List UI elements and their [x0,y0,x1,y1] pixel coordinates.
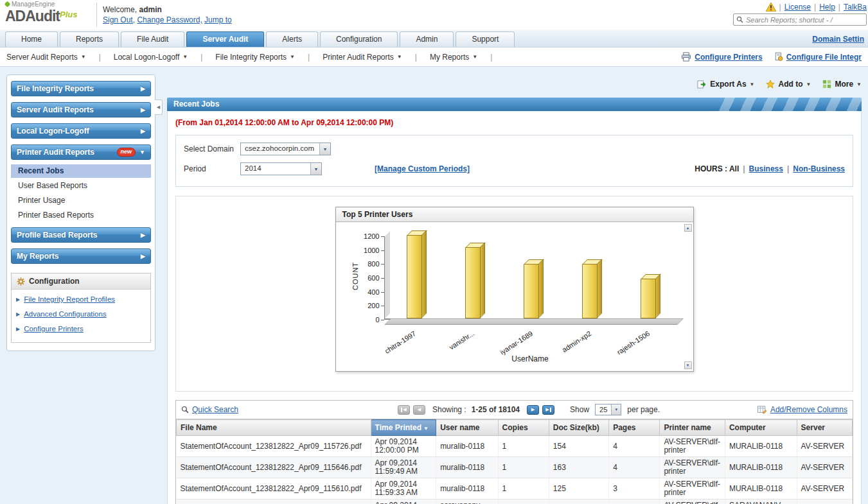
app-logo: ManageEngine ADAuditPlus [5,1,77,23]
export-as-button[interactable]: Export As▼ [697,80,754,89]
column-header-copies[interactable]: Copies [498,420,549,436]
chart-box: Top 5 Printer Users COUNT UserName ▲ ▼ 0… [335,207,694,372]
menu-my-reports[interactable]: My Reports▼ [430,53,477,62]
menu-file-integrity-reports[interactable]: File Integrity Reports▼ [215,53,295,62]
showing-label: Showing : [432,405,466,414]
chevron-down-icon: ▼ [397,54,402,60]
table-row[interactable]: Ticket.pdf Apr 09,2014 11:58:30 AM sarav… [177,500,853,504]
y-axis-tick [381,264,384,265]
column-header-pages[interactable]: Pages [609,420,660,436]
pagination-first-button[interactable]: ◀ [398,405,410,415]
domain-select[interactable]: csez.zohocorpin.com ▼ [240,143,331,155]
chevron-down-icon: ▼ [310,163,321,175]
search-box[interactable] [733,13,867,26]
hours-business-link[interactable]: Business [749,164,783,173]
manage-custom-periods-link[interactable]: [Manage Custom Periods] [375,164,470,173]
jump-to-link[interactable]: Jump to [204,15,232,24]
column-header-doc-size[interactable]: Doc Size(kb) [549,420,608,436]
tab-alerts[interactable]: Alerts [266,31,318,47]
menu-printer-audit-reports[interactable]: Printer Audit Reports▼ [323,53,402,62]
tab-file-audit[interactable]: File Audit [121,31,184,47]
config-link-configure-printers[interactable]: ▶ Configure Printers [16,325,146,333]
chevron-right-icon: ▶ [141,253,145,259]
chart-title: Top 5 Printer Users [336,207,693,222]
sidebar-item-profile-based-reports[interactable]: Profile Based Reports▶ [11,227,151,243]
chart-bar-iyanar-1689 [524,264,539,318]
table-cell: 2 [609,500,660,504]
table-cell: 4 [609,457,660,478]
sidebar-subitem-user-based-reports[interactable]: User Based Reports [11,179,151,193]
quick-search-link[interactable]: Quick Search [192,405,238,414]
pagination-next-button[interactable]: ▶ [527,405,539,415]
sidebar-item-my-reports[interactable]: My Reports▶ [11,248,151,264]
chart-bar-vanishr... [465,247,481,318]
tab-reports[interactable]: Reports [60,31,119,47]
more-button[interactable]: More▼ [822,80,862,89]
column-header-time-printed[interactable]: Time Printed▼ [371,420,436,436]
sidebar-item-printer-audit-reports[interactable]: Printer Audit Reports new ▼ [11,144,151,160]
sidebar-item-file-integrity-reports[interactable]: File Integrity Reports▶ [11,81,151,96]
sidebar-item-local-logon-logoff[interactable]: Local Logon-Logoff▶ [11,123,151,139]
column-header-computer[interactable]: Computer [725,420,797,436]
configure-printers-button[interactable]: Configure Printers [681,52,762,62]
report-title-bar: Recent Jobs [167,98,862,111]
table-row[interactable]: StatementOfAccount_123812822_Apr09_11561… [177,478,853,500]
period-select[interactable]: 2014 ▼ [240,162,322,175]
tab-home[interactable]: Home [5,31,58,47]
config-link-file-integrity-profiles[interactable]: ▶ File Integrity Report Profiles [16,295,146,303]
column-header-user-name[interactable]: User name [436,420,498,436]
tab-server-audit[interactable]: Server Audit [186,31,264,47]
pagination-last-button[interactable]: ▶ [542,405,554,415]
help-link[interactable]: Help [819,3,835,12]
main-content: Export As▼ Add to▼ More▼ Recent Jobs (Fr… [155,74,868,504]
add-remove-columns-link[interactable]: Add/Remove Columns [770,405,847,414]
license-link[interactable]: License [784,3,811,12]
page-title: Recent Jobs [173,100,219,109]
y-axis-tick [381,278,384,279]
tab-admin[interactable]: Admin [400,31,454,47]
table-cell: muralib-0118 [436,478,498,500]
configure-file-integrity-button[interactable]: Configure File Integr [774,52,862,62]
main-nav: Home Reports File Audit Server Audit Ale… [0,30,868,48]
chevron-down-icon: ▼ [319,143,330,155]
column-header-file-name[interactable]: File Name [177,420,371,436]
chevron-down-icon: ▼ [81,54,86,60]
search-input[interactable] [746,16,864,24]
talkback-link[interactable]: TalkBa [844,3,867,12]
change-password-link[interactable]: Change Password, [137,15,202,24]
page-size-select[interactable]: 25 ▼ [595,404,621,415]
table-row[interactable]: StatementOfAccount_123812822_Apr09_11564… [177,457,853,478]
hours-non-business-link[interactable]: Non-Business [793,164,845,173]
menu-server-audit-reports[interactable]: Server Audit Reports▼ [6,53,86,62]
table-cell: saravananv-0003 [436,500,498,504]
chart-scroll-down-button[interactable]: ▼ [684,361,692,369]
tab-configuration[interactable]: Configuration [320,31,398,47]
sidebar-collapse-handle[interactable]: ◀ [155,100,163,115]
sign-out-link[interactable]: Sign Out, [103,15,135,24]
column-header-server[interactable]: Server [797,420,852,436]
select-domain-label: Select Domain [184,144,240,153]
warning-icon[interactable] [766,3,776,12]
configuration-box: Configuration ▶ File Integrity Report Pr… [11,273,151,343]
sidebar-subitem-printer-based-reports[interactable]: Printer Based Reports [11,209,151,222]
table-row[interactable]: StatementOfAccount_123812822_Apr09_11572… [177,436,853,457]
table-cell: AV-SERVER [797,457,852,478]
chart-scroll-up-button[interactable]: ▲ [684,224,692,232]
username: admin [139,5,161,14]
table-cell: AV-SERVER [797,436,852,457]
sidebar-item-server-audit-reports[interactable]: Server Audit Reports▶ [11,102,151,117]
sidebar-subitem-recent-jobs[interactable]: Recent Jobs [11,164,151,178]
column-header-printer-name[interactable]: Printer name [660,420,725,436]
sidebar-subitem-printer-usage[interactable]: Printer Usage [11,194,151,207]
domain-settings-link[interactable]: Domain Settin [812,35,864,44]
chevron-down-icon: ▼ [856,82,862,87]
add-to-button[interactable]: Add to▼ [766,80,811,89]
config-link-advanced-configurations[interactable]: ▶ Advanced Configurations [16,310,146,318]
add-remove-columns-icon [757,405,767,414]
chevron-down-icon: ▼ [806,82,811,87]
y-axis-tick-label: 1200 [354,232,380,240]
menu-local-logon-logoff[interactable]: Local Logon-Logoff▼ [114,53,188,62]
pagination-prev-button[interactable]: ◀ [413,405,425,415]
tab-support[interactable]: Support [456,31,515,47]
y-axis-tick-label: 800 [354,260,380,268]
